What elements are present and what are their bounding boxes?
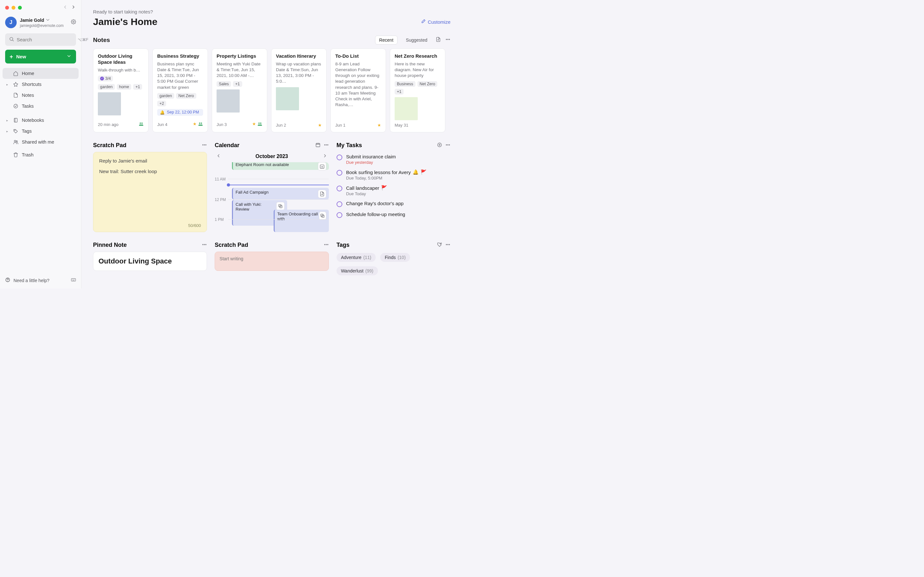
tab-recent[interactable]: Recent — [375, 35, 397, 45]
note-tag[interactable]: Sales — [216, 81, 231, 87]
nav-shortcuts[interactable]: ▸ Shortcuts — [3, 79, 79, 90]
nav-tags[interactable]: ▸ Tags — [3, 126, 79, 137]
note-tag[interactable]: home — [117, 84, 131, 90]
add-tag-icon[interactable] — [437, 242, 442, 248]
svg-point-31 — [446, 145, 447, 145]
tag-pill[interactable]: Finds (10) — [380, 253, 410, 262]
task-item[interactable]: Schedule follow-up meeting — [336, 211, 451, 218]
scratch-pad-2-area[interactable] — [215, 251, 328, 271]
nav-trash[interactable]: Trash — [3, 149, 79, 160]
user-account[interactable]: J Jamie Gold jamiegold@evernote.com — [0, 11, 81, 32]
cal-next-icon[interactable] — [322, 153, 328, 160]
cal-hour-label: 1 PM — [215, 218, 224, 222]
reminder-badge: 🔔Sep 22, 12:00 PM — [157, 109, 203, 116]
more-tags[interactable]: +1 — [395, 89, 404, 95]
more-icon[interactable] — [324, 142, 329, 149]
help-icon[interactable] — [5, 277, 10, 284]
cal-hour-label: 11 AM — [215, 177, 226, 181]
svg-point-14 — [199, 123, 200, 124]
more-tags[interactable]: +2 — [157, 101, 166, 106]
nav-notes[interactable]: Notes — [3, 90, 79, 101]
task-checkbox[interactable] — [336, 185, 342, 191]
task-checkbox[interactable] — [336, 212, 342, 218]
task-item[interactable]: Book surfing lessons for Avery 🔔 🚩Due To… — [336, 169, 451, 181]
trash-icon — [13, 152, 19, 157]
keyboard-icon[interactable] — [71, 277, 76, 284]
nav-notebooks[interactable]: ▸ Notebooks — [3, 115, 79, 126]
nav-shared[interactable]: Shared with me — [3, 137, 79, 147]
scratch-pad-area[interactable]: Reply to Jamie's email New trail: Sutter… — [93, 152, 207, 232]
more-tags[interactable]: +1 — [233, 81, 242, 87]
customize-button[interactable]: Customize — [421, 19, 451, 25]
new-note-icon[interactable] — [436, 37, 441, 43]
nav-home[interactable]: Home — [3, 68, 79, 79]
gear-icon[interactable] — [71, 19, 76, 26]
expand-icon[interactable]: ▸ — [6, 119, 10, 122]
search-field[interactable] — [17, 37, 78, 42]
cal-event-team[interactable]: Team Onboarding call with — [274, 210, 328, 232]
tag-pill[interactable]: Adventure (11) — [336, 253, 376, 262]
note-card[interactable]: Property Listings Meeting with Yuki Date… — [212, 48, 267, 132]
svg-rect-8 — [71, 279, 75, 281]
cal-prev-icon[interactable] — [216, 153, 221, 160]
event-copy-icon[interactable] — [319, 211, 326, 220]
task-item[interactable]: Call landscaper 🚩Due Today — [336, 185, 451, 196]
more-icon[interactable] — [202, 242, 207, 248]
nav-forward-icon[interactable] — [71, 5, 76, 11]
task-checkbox[interactable] — [336, 170, 342, 176]
note-card[interactable]: Vacation Itinerary Wrap up vacation plan… — [271, 48, 326, 132]
note-card[interactable]: Business Strategy Business plan sync Dat… — [152, 48, 208, 132]
event-copy-icon[interactable] — [276, 202, 284, 210]
svg-point-33 — [449, 145, 450, 145]
note-tag[interactable]: garden — [98, 84, 115, 90]
close-window[interactable] — [5, 6, 9, 10]
note-tag[interactable]: Business — [395, 81, 415, 87]
minimize-window[interactable] — [11, 6, 15, 10]
more-icon[interactable] — [324, 242, 329, 248]
task-title: Call landscaper 🚩 — [346, 185, 387, 191]
note-tag[interactable]: Net Zero — [176, 93, 196, 99]
expand-icon[interactable]: ▸ — [6, 83, 10, 86]
task-item[interactable]: Submit insurance claimDue yesterday — [336, 154, 451, 165]
tag-pill[interactable]: Wanderlust (99) — [336, 266, 378, 276]
nav-label: Shortcuts — [22, 82, 41, 87]
cal-event-fall-ad[interactable]: Fall Ad Campaign — [232, 188, 328, 199]
note-tag[interactable]: Net Zero — [417, 81, 438, 87]
event-link-icon[interactable] — [318, 162, 326, 171]
more-icon[interactable] — [445, 242, 451, 248]
task-checkbox[interactable] — [336, 155, 342, 160]
tab-suggested[interactable]: Suggested — [402, 36, 431, 44]
task-item[interactable]: Change Ray's doctor's app — [336, 201, 451, 207]
note-tag[interactable]: garden — [157, 93, 174, 99]
maximize-window[interactable] — [18, 6, 22, 10]
help-label[interactable]: Need a little help? — [13, 278, 49, 283]
note-card[interactable]: Net Zero Research Here is the new diagra… — [390, 48, 445, 132]
nav-label: Shared with me — [22, 139, 54, 145]
expand-icon[interactable]: ▸ — [6, 129, 10, 133]
scratch-pad-2-input[interactable] — [220, 256, 324, 261]
cal-event-elephant[interactable]: Elephant Room not available — [232, 162, 328, 170]
more-icon[interactable] — [202, 142, 207, 149]
tag-icon — [13, 129, 19, 134]
event-note-icon[interactable] — [318, 190, 326, 198]
svg-point-40 — [446, 244, 447, 245]
note-card[interactable]: Outdoor Living Space Ideas Walk-through … — [93, 48, 149, 132]
add-task-icon[interactable] — [437, 142, 442, 149]
tag-count: (11) — [363, 255, 371, 260]
note-card[interactable]: To-Do List 8-9 am Lead Generation Follow… — [330, 48, 386, 132]
more-icon[interactable] — [445, 142, 451, 149]
new-button[interactable]: + New — [5, 50, 76, 63]
pinned-note-card[interactable]: Outdoor Living Space — [93, 251, 207, 271]
svg-point-0 — [73, 21, 74, 23]
calendar-grid[interactable]: Elephant Room not available 11 AM Fall A… — [215, 162, 328, 232]
svg-point-37 — [325, 244, 325, 245]
user-name: Jamie Gold — [20, 18, 44, 23]
calendar-icon[interactable] — [315, 142, 320, 149]
nav-tasks[interactable]: Tasks — [3, 101, 79, 111]
task-checkbox[interactable] — [336, 201, 342, 207]
search-input[interactable]: ⌥⌘F — [5, 33, 76, 46]
nav-back-icon[interactable] — [63, 5, 68, 11]
more-tags[interactable]: +1 — [133, 84, 142, 90]
more-icon[interactable] — [445, 37, 451, 43]
cal-hour-label: 12 PM — [215, 197, 226, 202]
